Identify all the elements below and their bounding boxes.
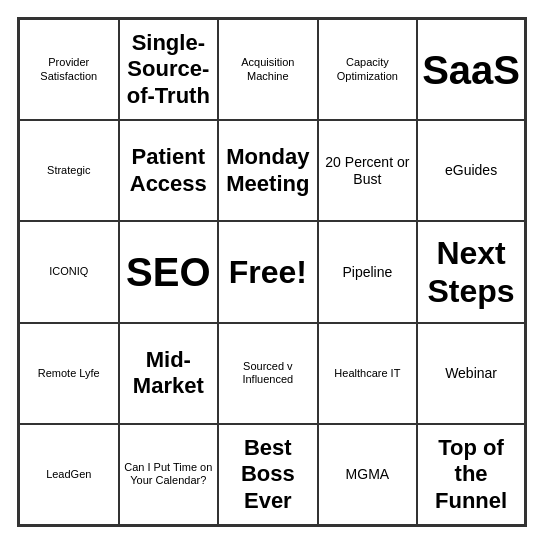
cell-text-12: Free! (229, 253, 307, 291)
bingo-cell-9: eGuides (417, 120, 525, 221)
bingo-cell-18: Healthcare IT (318, 323, 418, 424)
cell-text-13: Pipeline (342, 264, 392, 281)
cell-text-24: Top of the Funnel (422, 435, 520, 514)
cell-text-1: Single-Source-of-Truth (124, 30, 214, 109)
bingo-cell-10: ICONIQ (19, 221, 119, 322)
bingo-cell-21: Can I Put Time on Your Calendar? (119, 424, 219, 525)
cell-text-22: Best Boss Ever (223, 435, 313, 514)
bingo-cell-13: Pipeline (318, 221, 418, 322)
bingo-cell-8: 20 Percent or Bust (318, 120, 418, 221)
bingo-cell-19: Webinar (417, 323, 525, 424)
bingo-cell-11: SEO (119, 221, 219, 322)
cell-text-14: Next Steps (422, 234, 520, 311)
bingo-card: Provider SatisfactionSingle-Source-of-Tr… (17, 17, 527, 527)
cell-text-3: Capacity Optimization (323, 56, 413, 82)
bingo-cell-20: LeadGen (19, 424, 119, 525)
cell-text-18: Healthcare IT (334, 367, 400, 380)
cell-text-21: Can I Put Time on Your Calendar? (124, 461, 214, 487)
bingo-cell-14: Next Steps (417, 221, 525, 322)
bingo-cell-5: Strategic (19, 120, 119, 221)
bingo-cell-3: Capacity Optimization (318, 19, 418, 120)
bingo-cell-1: Single-Source-of-Truth (119, 19, 219, 120)
bingo-cell-16: Mid-Market (119, 323, 219, 424)
cell-text-4: SaaS (422, 46, 520, 94)
bingo-cell-2: Acquisition Machine (218, 19, 318, 120)
bingo-cell-0: Provider Satisfaction (19, 19, 119, 120)
bingo-cell-12: Free! (218, 221, 318, 322)
bingo-cell-15: Remote Lyfe (19, 323, 119, 424)
cell-text-8: 20 Percent or Bust (323, 154, 413, 188)
cell-text-15: Remote Lyfe (38, 367, 100, 380)
cell-text-10: ICONIQ (49, 265, 88, 278)
cell-text-9: eGuides (445, 162, 497, 179)
bingo-cell-4: SaaS (417, 19, 525, 120)
cell-text-11: SEO (126, 248, 210, 296)
cell-text-7: Monday Meeting (223, 144, 313, 197)
cell-text-0: Provider Satisfaction (24, 56, 114, 82)
bingo-cell-7: Monday Meeting (218, 120, 318, 221)
bingo-cell-17: Sourced v Influenced (218, 323, 318, 424)
cell-text-23: MGMA (346, 466, 390, 483)
cell-text-17: Sourced v Influenced (223, 360, 313, 386)
cell-text-5: Strategic (47, 164, 90, 177)
bingo-cell-24: Top of the Funnel (417, 424, 525, 525)
cell-text-16: Mid-Market (124, 347, 214, 400)
cell-text-19: Webinar (445, 365, 497, 382)
cell-text-2: Acquisition Machine (223, 56, 313, 82)
cell-text-6: Patient Access (124, 144, 214, 197)
bingo-cell-6: Patient Access (119, 120, 219, 221)
cell-text-20: LeadGen (46, 468, 91, 481)
bingo-cell-22: Best Boss Ever (218, 424, 318, 525)
bingo-cell-23: MGMA (318, 424, 418, 525)
